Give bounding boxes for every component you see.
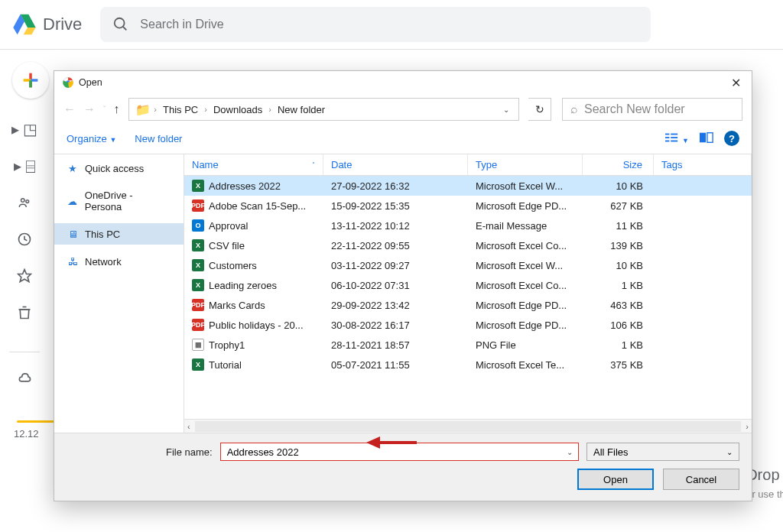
file-type-icon: O (192, 219, 204, 232)
dialog-toolbar: Organize ▼ New folder ▼ ? (54, 123, 752, 154)
file-list[interactable]: XAddresses 202227-09-2022 16:32Microsoft… (184, 176, 752, 419)
file-name: Customers (209, 260, 257, 271)
breadcrumb-bar[interactable]: 📁 › This PC › Downloads › New folder ⌄ (128, 98, 519, 121)
file-size: 10 KB (583, 180, 654, 192)
filename-label: File name: (166, 446, 213, 458)
file-type-icon: PDF (192, 319, 204, 331)
svg-point-7 (26, 200, 29, 203)
file-type: PNG File (468, 339, 583, 351)
trash-icon[interactable] (8, 300, 41, 325)
storage-icon[interactable] (8, 365, 41, 389)
crumb-downloads[interactable]: Downloads (210, 102, 265, 117)
filetype-select[interactable]: All Files⌄ (586, 443, 739, 461)
help-button[interactable]: ? (724, 131, 739, 146)
my-drive-icon[interactable]: ▸ ◳ (8, 117, 41, 141)
up-button[interactable]: ↑ (113, 102, 119, 116)
file-row[interactable]: ▦Trophy128-11-2021 18:57PNG File1 KB (184, 335, 752, 355)
file-row[interactable]: OApproval13-11-2022 10:12E-mail Message1… (184, 216, 752, 235)
file-row[interactable]: PDFPublic holidays - 20...30-08-2022 16:… (184, 315, 752, 335)
file-type: Microsoft Excel W... (468, 180, 583, 192)
organize-button[interactable]: Organize ▼ (67, 133, 116, 144)
file-row[interactable]: XCSV file22-11-2022 09:55Microsoft Excel… (184, 235, 752, 255)
header-size[interactable]: Size (583, 154, 654, 175)
view-options-button[interactable]: ▼ (665, 132, 689, 145)
file-name: Adobe Scan 15-Sep... (209, 200, 306, 212)
file-type: Microsoft Excel Co... (468, 280, 583, 291)
file-date: 27-09-2022 16:32 (323, 180, 468, 192)
file-type: Microsoft Excel W... (468, 260, 583, 271)
file-row[interactable]: XAddresses 202227-09-2022 16:32Microsoft… (184, 176, 752, 196)
computers-icon[interactable]: ▸ ⌸ (8, 154, 41, 178)
drive-search-bar[interactable]: Search in Drive (100, 7, 651, 42)
filename-input[interactable] (220, 443, 579, 461)
file-size: 10 KB (583, 260, 654, 271)
file-name: Marks Cards (209, 300, 265, 311)
dialog-nav-row: ← → ˇ ↑ 📁 › This PC › Downloads › New fo… (54, 96, 752, 123)
drive-header: Drive Search in Drive (0, 0, 783, 49)
svg-point-0 (115, 18, 125, 28)
recent-icon[interactable] (8, 227, 41, 251)
sidebar-item-label: Network (85, 256, 122, 268)
file-row[interactable]: PDFAdobe Scan 15-Sep...15-09-2022 15:35M… (184, 196, 752, 216)
header-tags[interactable]: Tags (654, 154, 752, 175)
file-row[interactable]: XLeading zeroes06-10-2022 07:31Microsoft… (184, 275, 752, 295)
crumb-thispc[interactable]: This PC (160, 102, 201, 117)
file-size: 375 KB (583, 359, 654, 371)
filename-dropdown[interactable]: ⌄ (567, 448, 573, 456)
file-row[interactable]: PDFMarks Cards29-09-2022 13:42Microsoft … (184, 295, 752, 315)
file-row[interactable]: XTutorial05-07-2021 11:55Microsoft Excel… (184, 355, 752, 375)
horizontal-scrollbar[interactable]: ‹ › (184, 419, 752, 433)
sidebar-item-quick-access[interactable]: ★ Quick access (54, 157, 184, 179)
close-button[interactable]: ✕ (728, 73, 744, 93)
sidebar-item-thispc[interactable]: 🖥 This PC (54, 223, 184, 245)
crumb-newfolder[interactable]: New folder (275, 102, 328, 117)
file-name: Trophy1 (209, 339, 245, 351)
refresh-button[interactable]: ↻ (528, 98, 551, 121)
file-name: Public holidays - 20... (209, 320, 304, 331)
header-name[interactable]: Name ˄ (184, 154, 323, 175)
recent-dropdown[interactable]: ˇ (103, 105, 106, 114)
forward-button[interactable]: → (83, 102, 96, 116)
back-button[interactable]: ← (63, 102, 76, 116)
preview-pane-button[interactable] (700, 132, 713, 145)
shared-icon[interactable] (8, 190, 41, 215)
file-date: 30-08-2022 16:17 (323, 320, 468, 331)
drive-logo[interactable]: Drive (12, 12, 82, 37)
plus-icon (20, 70, 41, 91)
breadcrumb-dropdown[interactable]: ⌄ (503, 105, 509, 114)
folder-search-placeholder: Search New folder (584, 102, 685, 116)
file-row[interactable]: XCustomers03-11-2022 09:27Microsoft Exce… (184, 255, 752, 275)
svg-rect-16 (665, 140, 669, 141)
dialog-bottom: File name: ⌄ All Files⌄ Open Cancel (54, 433, 752, 501)
file-type-icon: X (192, 358, 204, 371)
sidebar-item-network[interactable]: 🖧 Network (54, 251, 184, 272)
file-type: Microsoft Edge PD... (468, 300, 583, 311)
svg-marker-9 (18, 270, 31, 282)
file-type: Microsoft Edge PD... (468, 320, 583, 331)
file-size: 463 KB (583, 300, 654, 311)
drive-new-button[interactable] (12, 62, 49, 99)
file-date: 05-07-2021 11:55 (323, 359, 468, 371)
newfolder-button[interactable]: New folder (135, 133, 182, 144)
file-type-icon: PDF (192, 200, 204, 212)
file-header-row: Name ˄ Date Type Size Tags (184, 154, 752, 176)
folder-search[interactable]: ⌕ Search New folder (562, 98, 742, 121)
storage-bar (17, 420, 55, 423)
dialog-titlebar: Open ✕ (54, 71, 752, 94)
file-type-icon: X (192, 259, 204, 271)
folder-icon: 📁 (135, 102, 151, 117)
file-date: 13-11-2022 10:12 (323, 220, 468, 232)
sidebar-item-label: OneDrive - Persona (85, 190, 171, 212)
cancel-button[interactable]: Cancel (663, 469, 739, 490)
file-type-icon: ▦ (192, 339, 204, 351)
sidebar-item-onedrive[interactable]: ☁ OneDrive - Persona (54, 185, 184, 217)
file-type-icon: PDF (192, 299, 204, 311)
header-date[interactable]: Date (323, 154, 468, 175)
file-type: Microsoft Edge PD... (468, 200, 583, 212)
open-button[interactable]: Open (577, 469, 654, 490)
header-type[interactable]: Type (468, 154, 583, 175)
file-size: 627 KB (583, 200, 654, 212)
drive-search-placeholder: Search in Drive (140, 18, 223, 31)
starred-icon[interactable] (8, 264, 41, 288)
file-name: Addresses 2022 (209, 180, 281, 192)
